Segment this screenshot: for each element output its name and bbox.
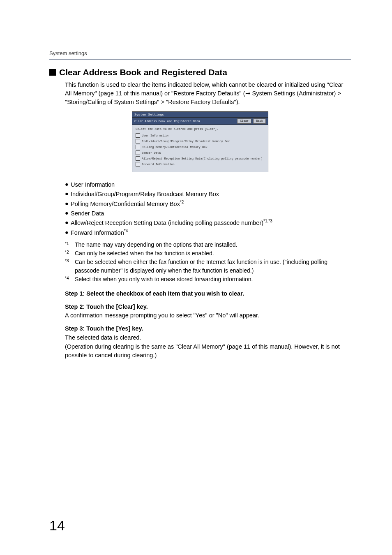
bullet-dot-icon: ● <box>65 189 71 199</box>
bullet-list: ● User Information ● Individual/Group/Pr… <box>65 180 351 237</box>
bullet-text: Polling Memory/Confidential Memory Box <box>71 200 180 207</box>
bullet-dot-icon: ● <box>65 208 71 218</box>
screenshot-instruction: Select the data to be cleared and press … <box>136 127 265 131</box>
section-intro: This function is used to clear the items… <box>65 81 351 106</box>
footnote: *2 Can only be selected when the fax fun… <box>65 249 351 258</box>
screenshot-checkbox-row: User Information <box>136 133 265 138</box>
bullet-dot-icon: ● <box>65 199 71 208</box>
screenshot-checkbox-row: Allow/Reject Reception Setting Data(Incl… <box>136 156 265 161</box>
footnote: *1 The name may vary depending on the op… <box>65 240 351 249</box>
bullet-item: ● Sender Data <box>65 208 351 218</box>
footnote-mark: *1 <box>65 240 75 249</box>
bullet-item: ● Polling Memory/Confidential Memory Box… <box>65 199 351 208</box>
footnote-text: Can be selected when either the fax func… <box>75 258 351 275</box>
clear-button[interactable]: Clear <box>237 118 251 124</box>
screenshot-body: Select the data to be cleared and press … <box>132 125 268 172</box>
page-number: 14 <box>49 518 65 534</box>
checkbox-icon[interactable] <box>136 145 140 149</box>
footnote-mark: *3 <box>65 258 75 275</box>
bullet-text: Sender Data <box>71 210 104 217</box>
checkbox-label: Allow/Reject Reception Setting Data(Incl… <box>142 157 263 160</box>
screenshot-checkbox-row: Individual/Group/Program/Relay Broadcast… <box>136 139 265 143</box>
checkbox-icon[interactable] <box>136 156 140 161</box>
footnote: *3 Can be selected when either the fax f… <box>65 258 351 275</box>
section-title: Clear Address Book and Registered Data <box>59 67 227 77</box>
running-header: System settings <box>49 49 351 60</box>
step-3-text-2: (Operation during clearing is the same a… <box>65 342 351 361</box>
checkbox-icon[interactable] <box>136 139 140 143</box>
footnote-text: Select this when you only wish to erase … <box>75 275 351 284</box>
footnote-text: The name may vary depending on the optio… <box>75 240 351 249</box>
square-bullet-icon <box>49 69 56 76</box>
embedded-screenshot: System Settings Clear Address Book and R… <box>132 111 268 172</box>
screenshot-checkbox-row: Sender Data <box>136 150 265 155</box>
screenshot-subheader: Clear Address Book and Registered Data C… <box>132 118 268 125</box>
back-button[interactable]: Back <box>253 118 266 124</box>
screenshot-title: System Settings <box>132 112 268 118</box>
section-heading: Clear Address Book and Registered Data <box>49 67 351 77</box>
checkbox-label: Polling Memory/Confidential Memory Box <box>142 146 208 149</box>
footnote-mark: *4 <box>65 275 75 284</box>
bullet-text: User Information <box>71 181 115 188</box>
step-3-heading: Step 3: Touch the [Yes] key. <box>65 324 351 333</box>
bullet-text: Individual/Group/Program/Relay Broadcast… <box>71 191 219 197</box>
checkbox-label: Sender Data <box>142 151 161 155</box>
step-2-text: A confirmation message prompting you to … <box>65 311 351 320</box>
step-1-heading: Step 1: Select the checkbox of each item… <box>65 289 351 298</box>
step-2-heading: Step 2: Touch the [Clear] key. <box>65 303 351 312</box>
bullet-text: Forward Information <box>71 229 124 236</box>
header-label: System settings <box>49 50 87 56</box>
checkbox-label: User Information <box>142 134 169 137</box>
steps: Step 1: Select the checkbox of each item… <box>65 289 351 360</box>
screenshot-checkbox-row: Polling Memory/Confidential Memory Box <box>136 145 265 149</box>
bullet-sup: *2 <box>180 200 184 204</box>
screenshot-subtitle: Clear Address Book and Registered Data <box>134 120 200 123</box>
step-3-text-1: The selected data is cleared. <box>65 333 351 342</box>
bullet-sup: *4 <box>124 229 128 233</box>
checkbox-icon[interactable] <box>136 162 140 166</box>
bullet-sup: *1,*3 <box>263 219 272 223</box>
bullet-item: ● Forward Information*4 <box>65 228 351 237</box>
checkbox-label: Forward Information <box>142 163 175 166</box>
footnote-mark: *2 <box>65 249 75 258</box>
bullet-item: ● Individual/Group/Program/Relay Broadca… <box>65 189 351 199</box>
bullet-dot-icon: ● <box>65 180 71 189</box>
header-rule <box>49 59 351 60</box>
footnote: *4 Select this when you only wish to era… <box>65 275 351 284</box>
bullet-text: Allow/Reject Reception Setting Data (inc… <box>71 220 263 226</box>
bullet-dot-icon: ● <box>65 228 71 237</box>
checkbox-icon[interactable] <box>136 133 140 138</box>
bullet-item: ● User Information <box>65 180 351 189</box>
screenshot-checkbox-row: Forward Information <box>136 162 265 166</box>
bullet-item: ● Allow/Reject Reception Setting Data (i… <box>65 218 351 227</box>
footnotes: *1 The name may vary depending on the op… <box>65 240 351 284</box>
bullet-dot-icon: ● <box>65 218 71 227</box>
checkbox-label: Individual/Group/Program/Relay Broadcast… <box>142 140 230 143</box>
checkbox-icon[interactable] <box>136 150 140 155</box>
footnote-text: Can only be selected when the fax functi… <box>75 249 351 258</box>
